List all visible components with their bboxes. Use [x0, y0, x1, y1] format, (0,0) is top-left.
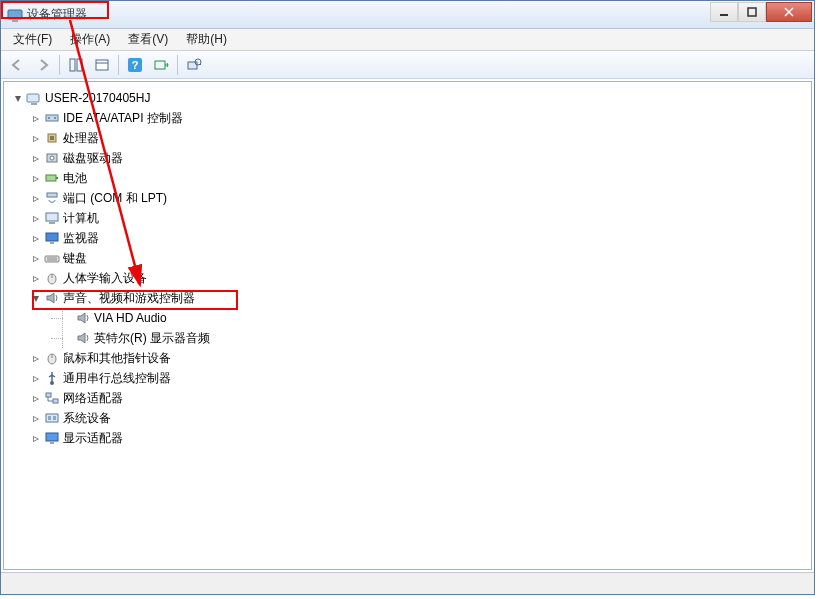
category-disk[interactable]: ▹ 磁盘驱动器 [8, 148, 807, 168]
minimize-button[interactable] [710, 2, 738, 22]
menu-help[interactable]: 帮助(H) [178, 29, 235, 50]
category-label: 计算机 [63, 210, 99, 227]
svg-rect-12 [155, 61, 165, 69]
category-label: 处理器 [63, 130, 99, 147]
category-battery[interactable]: ▹ 电池 [8, 168, 807, 188]
svg-line-15 [200, 64, 201, 65]
window-title: 设备管理器 [27, 6, 87, 23]
category-label: 电池 [63, 170, 87, 187]
network-icon [44, 390, 60, 406]
category-cpu[interactable]: ▹ 处理器 [8, 128, 807, 148]
device-manager-window: 设备管理器 文件(F) 操作(A) 查看(V) 帮助(H) ? ▾ USER-2… [0, 0, 815, 595]
device-manager-icon [7, 7, 23, 23]
menubar: 文件(F) 操作(A) 查看(V) 帮助(H) [1, 29, 814, 51]
category-usb[interactable]: ▹ 通用串行总线控制器 [8, 368, 807, 388]
svg-rect-7 [77, 59, 82, 71]
system-icon [44, 410, 60, 426]
scan-hardware-button[interactable] [182, 54, 206, 76]
svg-rect-45 [48, 416, 51, 420]
category-ide[interactable]: ▹ IDE ATA/ATAPI 控制器 [8, 108, 807, 128]
computer-icon [44, 210, 60, 226]
show-hide-tree-button[interactable] [64, 54, 88, 76]
svg-rect-29 [49, 222, 55, 224]
svg-rect-31 [50, 242, 54, 244]
forward-button[interactable] [31, 54, 55, 76]
tree-root[interactable]: ▾ USER-20170405HJ [8, 88, 807, 108]
sound-icon [75, 310, 91, 326]
help-button[interactable]: ? [123, 54, 147, 76]
category-port[interactable]: ▹ 端口 (COM 和 LPT) [8, 188, 807, 208]
menu-file[interactable]: 文件(F) [5, 29, 60, 50]
category-system[interactable]: ▹ 系统设备 [8, 408, 807, 428]
svg-rect-30 [46, 233, 58, 241]
close-button[interactable] [766, 2, 812, 22]
category-sound[interactable]: ▾ 声音、视频和游戏控制器 [8, 288, 807, 308]
svg-point-20 [54, 117, 56, 119]
expand-icon[interactable]: ▹ [30, 132, 42, 144]
svg-rect-48 [50, 442, 54, 444]
category-hid[interactable]: ▹ 人体学输入设备 [8, 268, 807, 288]
expand-icon[interactable]: ▹ [30, 212, 42, 224]
properties-button[interactable] [90, 54, 114, 76]
svg-point-39 [50, 381, 54, 385]
svg-text:?: ? [132, 59, 139, 71]
back-button[interactable] [5, 54, 29, 76]
cpu-icon [44, 130, 60, 146]
device-item[interactable]: 英特尔(R) 显示器音频 [63, 328, 807, 348]
expand-icon[interactable]: ▹ [30, 232, 42, 244]
ide-icon [44, 110, 60, 126]
svg-rect-47 [46, 433, 58, 441]
expand-icon[interactable]: ▹ [30, 152, 42, 164]
usb-icon [44, 370, 60, 386]
expand-icon[interactable]: ▹ [30, 432, 42, 444]
expand-icon[interactable]: ▹ [30, 412, 42, 424]
category-label: 系统设备 [63, 410, 111, 427]
statusbar [1, 572, 814, 594]
svg-rect-17 [31, 103, 37, 105]
expand-icon[interactable]: ▹ [30, 192, 42, 204]
menu-view[interactable]: 查看(V) [120, 29, 176, 50]
expand-icon[interactable]: ▹ [30, 372, 42, 384]
category-label: 监视器 [63, 230, 99, 247]
svg-rect-0 [8, 10, 22, 19]
tree-panel[interactable]: ▾ USER-20170405HJ ▹ IDE ATA/ATAPI 控制器 ▹ … [3, 81, 812, 570]
scan-button[interactable] [149, 54, 173, 76]
category-label: 显示适配器 [63, 430, 123, 447]
separator [118, 55, 119, 75]
sound-icon [75, 330, 91, 346]
device-label: 英特尔(R) 显示器音频 [94, 330, 210, 347]
expand-icon[interactable]: ▹ [30, 252, 42, 264]
device-item[interactable]: VIA HD Audio [63, 308, 807, 328]
category-network[interactable]: ▹ 网络适配器 [8, 388, 807, 408]
svg-rect-25 [46, 175, 56, 181]
category-label: 端口 (COM 和 LPT) [63, 190, 167, 207]
expand-icon[interactable]: ▹ [30, 112, 42, 124]
svg-rect-18 [46, 115, 58, 121]
menu-action[interactable]: 操作(A) [62, 29, 118, 50]
root-label: USER-20170405HJ [45, 91, 150, 105]
category-display[interactable]: ▹ 显示适配器 [8, 428, 807, 448]
category-mouse[interactable]: ▹ 鼠标和其他指针设备 [8, 348, 807, 368]
sound-icon [44, 290, 60, 306]
expand-icon[interactable]: ▹ [30, 352, 42, 364]
collapse-icon[interactable]: ▾ [12, 92, 24, 104]
expand-icon[interactable]: ▹ [30, 272, 42, 284]
category-label: 通用串行总线控制器 [63, 370, 171, 387]
hid-icon [44, 270, 60, 286]
svg-rect-6 [70, 59, 75, 71]
maximize-button[interactable] [738, 2, 766, 22]
category-computer[interactable]: ▹ 计算机 [8, 208, 807, 228]
expand-icon[interactable]: ▹ [30, 392, 42, 404]
category-keyboard[interactable]: ▹ 键盘 [8, 248, 807, 268]
svg-rect-46 [53, 416, 56, 420]
category-label: 鼠标和其他指针设备 [63, 350, 171, 367]
svg-rect-1 [12, 20, 18, 22]
category-label: 磁盘驱动器 [63, 150, 123, 167]
category-label: 声音、视频和游戏控制器 [63, 290, 195, 307]
expand-icon[interactable]: ▹ [30, 172, 42, 184]
port-icon [44, 190, 60, 206]
category-monitor[interactable]: ▹ 监视器 [8, 228, 807, 248]
collapse-icon[interactable]: ▾ [30, 292, 42, 304]
category-label: 人体学输入设备 [63, 270, 147, 287]
toolbar: ? [1, 51, 814, 79]
